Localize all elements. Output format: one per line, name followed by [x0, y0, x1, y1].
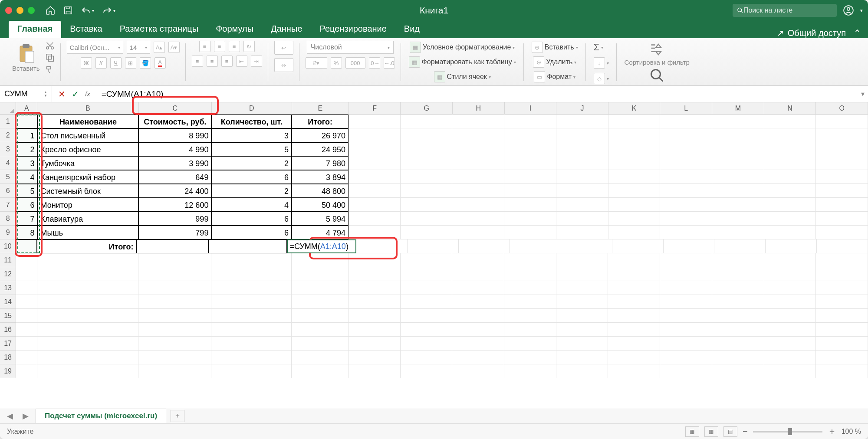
number-format-select[interactable]: Числовой▾ — [307, 41, 394, 54]
cell[interactable] — [208, 239, 287, 253]
cell[interactable] — [452, 351, 504, 364]
merge-cells-icon[interactable]: ⇔ — [274, 58, 293, 72]
cell[interactable] — [817, 239, 868, 253]
format-as-table-button[interactable]: ▦Форматировать как таблицу▾ — [407, 56, 518, 69]
cell[interactable] — [349, 128, 401, 142]
cell[interactable] — [660, 156, 712, 170]
cell[interactable] — [556, 295, 608, 309]
cell[interactable]: 4 990 — [138, 142, 211, 156]
insert-cells-button[interactable]: ⊕Вставить▾ — [530, 41, 580, 54]
cell[interactable] — [816, 115, 868, 128]
cell[interactable] — [452, 226, 504, 239]
cell[interactable] — [349, 156, 401, 170]
undo-icon[interactable]: ▾ — [81, 6, 94, 15]
cell[interactable] — [349, 115, 401, 128]
cell[interactable] — [356, 239, 408, 253]
close-window-button[interactable] — [5, 7, 12, 14]
share-button[interactable]: Общий доступ — [788, 28, 846, 38]
tab-page-layout[interactable]: Разметка страницы — [111, 20, 207, 38]
cell[interactable] — [816, 281, 868, 295]
cell[interactable] — [660, 337, 712, 351]
cell[interactable]: Канцелярский набор — [37, 170, 138, 184]
cell[interactable] — [660, 309, 712, 323]
cell[interactable] — [764, 281, 816, 295]
format-cells-button[interactable]: ▭Формат▾ — [532, 70, 577, 83]
cell[interactable] — [401, 295, 453, 309]
cell[interactable] — [292, 267, 349, 281]
cell[interactable]: Системный блок — [37, 184, 138, 198]
cell[interactable] — [712, 212, 764, 226]
cell[interactable] — [401, 351, 453, 364]
cell[interactable]: 24 950 — [292, 142, 349, 156]
cell[interactable] — [211, 364, 292, 378]
cell[interactable]: 8 990 — [138, 128, 211, 142]
cell[interactable]: 2 — [211, 156, 292, 170]
cell[interactable] — [452, 323, 504, 337]
cell[interactable]: Наименование — [37, 115, 138, 128]
cell[interactable] — [608, 212, 661, 226]
cell[interactable] — [712, 198, 764, 212]
cell[interactable] — [504, 212, 556, 226]
cell[interactable] — [712, 226, 764, 239]
column-header[interactable]: G — [401, 102, 453, 115]
account-chevron-icon[interactable]: ▾ — [860, 8, 863, 13]
select-all-corner[interactable] — [0, 102, 16, 115]
zoom-out-button[interactable]: − — [743, 426, 748, 436]
column-header[interactable]: J — [556, 102, 608, 115]
cell[interactable] — [660, 142, 712, 156]
cell[interactable]: 3 — [211, 128, 292, 142]
cell[interactable]: 8 — [16, 226, 37, 239]
cell[interactable] — [556, 267, 608, 281]
cell[interactable] — [816, 212, 868, 226]
cell[interactable]: 26 970 — [292, 128, 349, 142]
italic-button[interactable]: К — [95, 57, 107, 69]
cell[interactable]: Мышь — [37, 226, 138, 239]
cell[interactable] — [660, 184, 712, 198]
fill-button[interactable]: ↓▾ — [592, 56, 611, 69]
cell[interactable] — [349, 267, 401, 281]
cell[interactable]: 2 — [16, 142, 37, 156]
format-painter-icon[interactable] — [45, 65, 55, 75]
cell[interactable] — [452, 295, 504, 309]
row-header[interactable]: 16 — [0, 323, 16, 337]
cell[interactable] — [660, 115, 712, 128]
cell[interactable] — [504, 128, 556, 142]
cell[interactable] — [504, 156, 556, 170]
cell[interactable]: 4 794 — [292, 226, 349, 239]
align-bottom-icon[interactable]: ≡ — [229, 41, 240, 52]
row-header[interactable]: 11 — [0, 253, 16, 267]
search-box[interactable] — [733, 4, 837, 17]
cell[interactable] — [660, 364, 712, 378]
decrease-decimal-icon[interactable]: ←.0 — [384, 57, 395, 69]
cell[interactable] — [664, 239, 715, 253]
cell[interactable] — [608, 253, 660, 267]
row-header[interactable]: 5 — [0, 170, 16, 184]
cell[interactable] — [816, 364, 868, 378]
cell[interactable] — [712, 253, 764, 267]
zoom-in-button[interactable]: ＋ — [828, 426, 836, 437]
cell[interactable] — [37, 295, 138, 309]
cell[interactable] — [292, 337, 349, 351]
cell[interactable] — [401, 156, 453, 170]
cell[interactable] — [504, 309, 556, 323]
cell[interactable] — [608, 281, 660, 295]
cell[interactable] — [608, 364, 660, 378]
column-header[interactable]: M — [712, 102, 764, 115]
cell[interactable] — [660, 281, 712, 295]
cell[interactable] — [504, 281, 556, 295]
name-box[interactable]: СУММ ▲▼ — [0, 86, 52, 102]
cell[interactable] — [816, 142, 868, 156]
align-top-icon[interactable]: ≡ — [199, 41, 210, 52]
increase-indent-icon[interactable]: ⇥ — [251, 56, 262, 67]
cell[interactable] — [660, 128, 712, 142]
percent-icon[interactable]: % — [331, 57, 342, 69]
zoom-slider[interactable] — [753, 431, 822, 432]
increase-decimal-icon[interactable]: .0→ — [369, 57, 380, 69]
row-header[interactable]: 8 — [0, 212, 16, 226]
column-header[interactable]: H — [453, 102, 505, 115]
cell[interactable] — [401, 184, 453, 198]
cell[interactable] — [136, 239, 208, 253]
cell[interactable] — [211, 253, 292, 267]
cell[interactable] — [349, 253, 401, 267]
cell[interactable] — [816, 309, 868, 323]
